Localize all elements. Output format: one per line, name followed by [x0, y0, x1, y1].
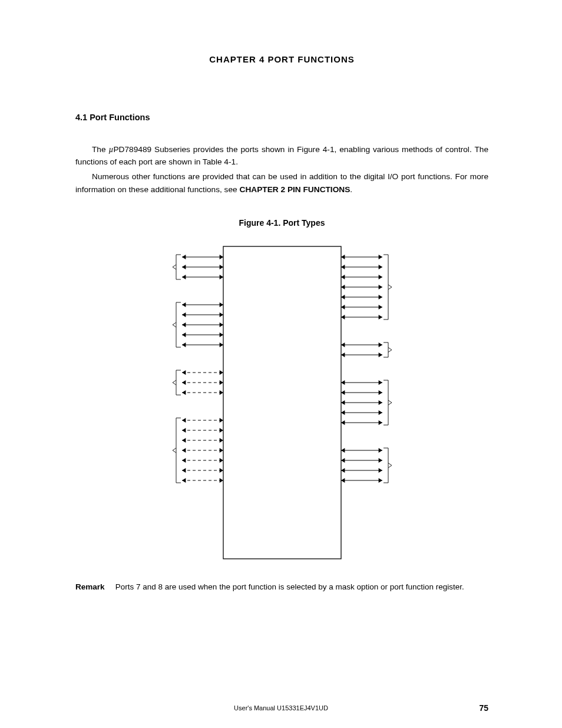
footer-center-text: User's Manual U15331EJ4V1UD	[0, 704, 562, 711]
chapter-title: CHAPTER 4 PORT FUNCTIONS	[75, 54, 488, 64]
page: CHAPTER 4 PORT FUNCTIONS 4.1 Port Functi…	[0, 0, 562, 728]
remark: Remark Ports 7 and 8 are used when the p…	[75, 582, 488, 591]
remark-text: Ports 7 and 8 are used when the port fun…	[115, 582, 464, 591]
p1-text-b: PD789489 Subseries provides the ports sh…	[75, 145, 488, 166]
port-types-svg	[156, 241, 409, 565]
figure-caption: Figure 4-1. Port Types	[75, 218, 488, 228]
section-heading: 4.1 Port Functions	[75, 113, 488, 122]
remark-label: Remark	[75, 582, 113, 591]
paragraph-1: The µPD789489 Subseries provides the por…	[75, 143, 488, 168]
p1-text-a: The	[92, 145, 109, 154]
page-number: 75	[479, 703, 488, 713]
p2-ref: CHAPTER 2 PIN FUNCTIONS	[240, 185, 351, 194]
figure	[75, 241, 488, 565]
paragraph-2: Numerous other functions are provided th…	[75, 170, 488, 195]
svg-rect-0	[223, 246, 341, 559]
p2-text-c: .	[350, 185, 352, 194]
